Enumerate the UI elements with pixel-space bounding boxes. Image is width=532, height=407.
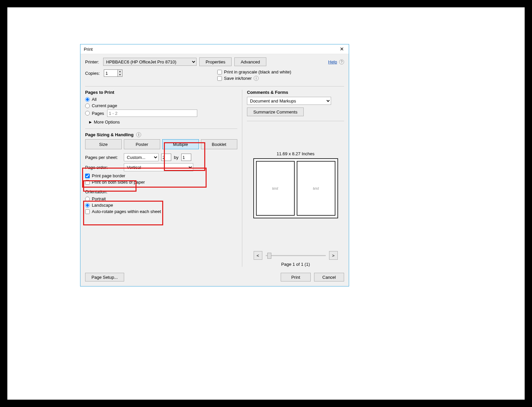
prev-page-button[interactable]: < — [254, 251, 262, 260]
preview-page-2: test — [297, 161, 335, 216]
landscape-radio[interactable] — [85, 203, 90, 208]
tab-size[interactable]: Size — [85, 139, 122, 149]
both-sides-label: Print on both sides of paper — [92, 180, 145, 185]
pages-to-print-heading: Pages to Print — [85, 90, 237, 95]
page-setup-button[interactable]: Page Setup... — [85, 273, 124, 281]
save-ink-checkbox[interactable] — [217, 76, 222, 81]
titlebar: Print ✕ — [80, 44, 349, 54]
print-dialog: Print ✕ Printer: HPBBAEC6 (HP OfficeJet … — [80, 44, 349, 286]
grayscale-checkbox[interactable] — [217, 70, 222, 74]
portrait-radio[interactable] — [85, 197, 90, 201]
cancel-button[interactable]: Cancel — [314, 273, 344, 281]
properties-button[interactable]: Properties — [199, 57, 232, 66]
copies-spinner[interactable]: ▲ ▼ — [104, 69, 122, 77]
spin-up-icon[interactable]: ▲ — [118, 70, 122, 73]
summarize-comments-button[interactable]: Summarize Comments — [247, 108, 304, 116]
pages-per-sheet-label: Pages per sheet: — [85, 155, 121, 160]
print-border-checkbox[interactable] — [85, 174, 90, 178]
autorotate-label: Auto-rotate pages within each sheet — [92, 209, 161, 214]
portrait-label: Portrait — [92, 196, 106, 201]
page-slider[interactable] — [266, 255, 326, 256]
printer-label: Printer: — [85, 59, 99, 64]
current-page-radio[interactable] — [85, 104, 90, 108]
comments-heading: Comments & Forms — [247, 90, 344, 95]
both-sides-checkbox[interactable] — [85, 180, 90, 185]
copies-label: Copies: — [85, 71, 100, 76]
advanced-button[interactable]: Advanced — [234, 57, 266, 66]
tab-poster[interactable]: Poster — [124, 139, 161, 149]
tab-booklet[interactable]: Booklet — [201, 139, 238, 149]
slider-thumb[interactable] — [267, 253, 271, 259]
pps-mode-select[interactable]: Custom... — [124, 153, 159, 161]
save-ink-label: Save ink/toner — [224, 76, 252, 81]
autorotate-checkbox[interactable] — [85, 209, 90, 214]
save-ink-info-icon[interactable]: i — [254, 76, 259, 81]
page-order-select[interactable]: Vertical — [124, 163, 193, 171]
spin-down-icon[interactable]: ▼ — [118, 73, 122, 76]
pages-radio[interactable] — [85, 111, 90, 116]
next-page-button[interactable]: > — [329, 251, 338, 260]
all-label: All — [92, 97, 96, 102]
orientation-heading: Orientation: — [85, 189, 237, 194]
preview-page-1: test — [256, 161, 295, 216]
more-options-toggle[interactable]: ▶ More Options — [89, 120, 237, 125]
comments-select[interactable]: Document and Markups — [247, 97, 331, 105]
pages-label: Pages — [92, 111, 105, 116]
page-order-label: Page order: — [85, 165, 121, 170]
print-border-label: Print page border — [92, 173, 125, 178]
pps-y-input[interactable] — [181, 154, 191, 161]
more-options-label: More Options — [94, 120, 120, 125]
grayscale-label: Print in grayscale (black and white) — [224, 69, 291, 74]
help-info-icon[interactable]: ? — [339, 59, 344, 64]
current-page-label: Current page — [92, 103, 117, 108]
sizing-info-icon[interactable]: i — [136, 132, 141, 137]
sizing-heading: Page Sizing & Handling — [85, 132, 134, 137]
pps-by-label: by — [174, 155, 179, 160]
tab-multiple[interactable]: Multiple — [162, 139, 199, 149]
print-button[interactable]: Print — [281, 273, 311, 281]
landscape-label: Landscape — [92, 203, 113, 208]
dialog-title: Print — [84, 47, 93, 52]
preview-box: test test — [253, 158, 338, 218]
copies-input[interactable] — [104, 70, 117, 76]
close-icon[interactable]: ✕ — [337, 46, 346, 52]
triangle-right-icon: ▶ — [89, 120, 92, 124]
page-count: Page 1 of 1 (1) — [247, 262, 344, 267]
pages-range-input[interactable] — [107, 110, 197, 117]
printer-select[interactable]: HPBBAEC6 (HP OfficeJet Pro 8710) — [103, 58, 197, 66]
pps-x-input[interactable] — [161, 154, 171, 161]
preview-dimensions: 11.69 x 8.27 Inches — [247, 151, 344, 156]
all-radio[interactable] — [85, 97, 90, 102]
help-link[interactable]: Help — [328, 59, 337, 64]
